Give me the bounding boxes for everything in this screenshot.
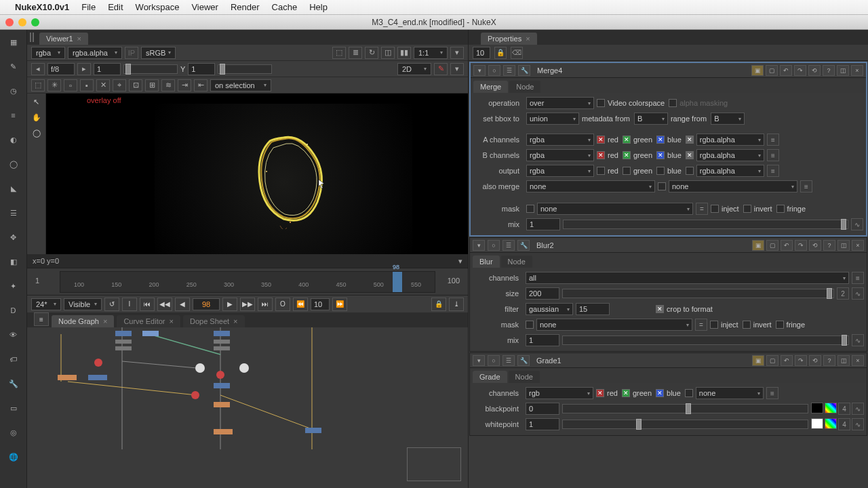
float-icon[interactable]: ◫ <box>837 355 850 366</box>
menu-render[interactable]: Render <box>231 2 260 12</box>
achan-alpha-select[interactable]: rgba.alpha▾ <box>696 134 764 146</box>
mix-slider[interactable] <box>562 336 849 345</box>
menu-icon[interactable]: ≡ <box>766 387 778 399</box>
tool-3d-icon[interactable]: ◧ <box>5 253 22 270</box>
out-g-checkbox[interactable] <box>623 167 631 175</box>
center-icon[interactable]: ○ <box>488 355 500 366</box>
rangefrom-select[interactable]: B▾ <box>711 113 745 125</box>
float-icon[interactable]: ◫ <box>837 240 850 251</box>
close-icon[interactable]: × <box>852 355 864 366</box>
skip-back-icon[interactable]: ⏪ <box>293 298 308 311</box>
whitepoint-field[interactable]: 1 <box>526 418 559 430</box>
center-icon[interactable]: ○ <box>488 65 500 76</box>
menu-icon[interactable]: ≡ <box>767 134 779 146</box>
also-cb[interactable] <box>658 182 666 190</box>
wrench-icon[interactable]: 🔧 <box>517 240 530 251</box>
out-r-checkbox[interactable] <box>597 167 605 175</box>
mask-cb[interactable] <box>526 205 534 213</box>
link-icon[interactable]: 4 <box>838 403 850 415</box>
close-icon[interactable]: × <box>851 65 863 76</box>
play-icon[interactable]: ▶ <box>222 298 237 311</box>
last-frame-icon[interactable]: ⏭ <box>258 298 273 311</box>
tool-i-icon[interactable]: ⇤ <box>194 79 208 92</box>
achan-select[interactable]: rgba▾ <box>526 134 594 146</box>
bchan-r-checkbox[interactable]: ✕ <box>597 151 605 159</box>
bbox-select[interactable]: union▾ <box>526 113 579 125</box>
tab-blur[interactable]: Blur <box>473 256 500 268</box>
step-fwd-icon[interactable]: ▶▶ <box>240 298 255 311</box>
gamma-slider[interactable] <box>218 64 272 74</box>
tool-deep-icon[interactable]: D <box>5 302 22 319</box>
achan-a-checkbox[interactable]: ✕ <box>686 136 694 144</box>
center-icon[interactable]: ○ <box>488 240 500 251</box>
tool-particles-icon[interactable]: ✦ <box>5 278 22 294</box>
filter-select[interactable]: gaussian▾ <box>526 303 573 315</box>
close-icon[interactable]: × <box>170 317 174 325</box>
fringe-cb[interactable] <box>776 321 784 329</box>
layer-select[interactable]: rgba.alpha▾ <box>68 47 122 59</box>
color-a-icon[interactable]: ▣ <box>752 240 764 251</box>
achan-r-checkbox[interactable]: ✕ <box>597 136 605 144</box>
app-menu[interactable]: NukeX10.0v1 <box>15 2 69 12</box>
color-a-icon[interactable]: ▣ <box>752 355 764 366</box>
revert-icon[interactable]: ⟲ <box>809 355 821 366</box>
menu-viewer[interactable]: Viewer <box>191 2 218 12</box>
tool-d-icon[interactable]: ⌖ <box>113 79 126 92</box>
current-frame-field[interactable]: 98 <box>193 298 220 310</box>
refresh-icon[interactable]: ↻ <box>365 47 378 59</box>
chevron-down-icon[interactable]: ▾ <box>450 63 464 75</box>
properties-tab[interactable]: Properties× <box>481 33 537 45</box>
roi-icon[interactable]: ⬚ <box>31 79 45 92</box>
collapse-icon[interactable]: ▾ <box>473 240 485 251</box>
close-icon[interactable]: × <box>852 240 864 251</box>
undo-icon[interactable]: ↶ <box>780 65 792 76</box>
max-panels-field[interactable]: 10 <box>473 47 490 59</box>
float-icon[interactable]: ◫ <box>837 65 849 76</box>
panel-header[interactable]: ▾ ○ ☰ 🔧 Grade1 ▣ ▢ ↶ ↷ ⟲ ? ◫ × <box>470 353 867 368</box>
mask-eq-icon[interactable]: = <box>695 319 707 331</box>
anim-icon[interactable]: ∿ <box>852 334 864 346</box>
swatch-white[interactable] <box>811 418 823 429</box>
node-icon[interactable]: ☰ <box>502 240 515 251</box>
fps-select[interactable]: 24*▾ <box>31 298 61 310</box>
swatch-wheel-icon[interactable] <box>825 403 837 413</box>
step-back-icon[interactable]: ◀ <box>175 298 190 311</box>
chevron-down-icon[interactable]: ▾ <box>458 257 462 266</box>
menu-file[interactable]: File <box>81 2 96 12</box>
tab-curveeditor[interactable]: Curve Editor× <box>117 315 180 327</box>
grip-icon[interactable]: ≡ <box>34 312 49 326</box>
menu-edit[interactable]: Edit <box>108 2 123 12</box>
ch-r-checkbox[interactable]: ✕ <box>596 389 604 397</box>
tool-image-icon[interactable]: ▦ <box>5 34 22 50</box>
tool-channel-icon[interactable]: ≡ <box>5 107 22 123</box>
viewer-tab[interactable]: Viewer1 × <box>39 33 88 45</box>
lock-icon[interactable]: 🔒 <box>494 47 507 59</box>
ch-b-checkbox[interactable]: ✕ <box>656 389 664 397</box>
bchan-b-checkbox[interactable]: ✕ <box>656 151 665 159</box>
ch-g-checkbox[interactable]: ✕ <box>622 389 630 397</box>
channels-select[interactable]: all▾ <box>526 272 849 284</box>
redo-icon[interactable]: ↷ <box>794 65 806 76</box>
mix-field[interactable]: 1 <box>526 218 560 230</box>
revert-icon[interactable]: ⟲ <box>808 65 821 76</box>
tool-planet-icon[interactable]: 🌐 <box>5 449 22 465</box>
tab-dopesheet[interactable]: Dope Sheet× <box>183 315 245 327</box>
close-icon[interactable]: × <box>526 35 530 43</box>
chevron-down-icon[interactable]: ▾ <box>450 47 464 59</box>
link-icon[interactable]: 4 <box>838 418 850 430</box>
first-frame-icon[interactable]: ⏮ <box>140 298 155 311</box>
tool-b-icon[interactable]: ▪ <box>80 79 94 92</box>
visibility-select[interactable]: Visible▾ <box>64 298 102 310</box>
video-cs-checkbox[interactable] <box>597 99 605 107</box>
window-controls[interactable] <box>5 18 39 26</box>
lock-icon[interactable]: 🔒 <box>431 298 446 311</box>
tool-transform-icon[interactable]: ✥ <box>5 229 22 245</box>
output-select[interactable]: rgba▾ <box>526 165 594 177</box>
collapse-icon[interactable]: ▾ <box>473 355 485 366</box>
quality-field[interactable]: 15 <box>576 303 610 315</box>
channel-select[interactable]: rgba▾ <box>31 47 65 59</box>
tool-a-icon[interactable]: ▫ <box>64 79 77 92</box>
menu-workspace[interactable]: Workspace <box>136 2 180 12</box>
gamma-field[interactable]: 1 <box>188 63 215 75</box>
size-field[interactable]: 200 <box>526 287 559 300</box>
